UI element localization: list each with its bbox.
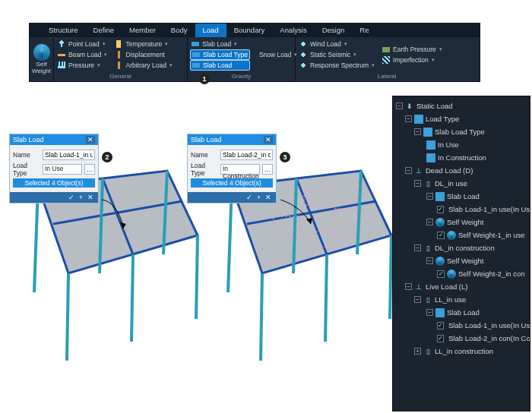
slab-load-dialog-2: Slab Load✕ Name Load TypeIn Construction… xyxy=(187,134,277,203)
callout-badge-3: 3 xyxy=(280,152,290,162)
dialog2-name-input[interactable] xyxy=(220,150,273,160)
wind-icon xyxy=(299,40,307,48)
pressure-icon xyxy=(58,61,65,69)
slab-load-dropdown[interactable]: Slab Load▾ xyxy=(190,39,250,49)
dialog2-add-button[interactable]: + xyxy=(257,194,261,201)
point-load-button[interactable]: Point Load▾ xyxy=(56,39,109,49)
svg-line-20 xyxy=(325,254,327,342)
callout-badge-1: 1 xyxy=(199,74,210,84)
slab-load-button[interactable]: Slab Load xyxy=(190,60,250,71)
static-seismic-button[interactable]: Static Seismic▾ xyxy=(298,49,376,60)
ll-con-icon: ▯ xyxy=(423,347,432,356)
slab-load-type-icon xyxy=(423,128,432,137)
dialog1-selection[interactable]: Selected 4 Object(s) xyxy=(13,178,95,188)
self-weight-button[interactable]: Self Weight xyxy=(30,37,53,81)
tab-structure[interactable]: Structure xyxy=(41,24,86,37)
dialog1-close-icon[interactable]: ✕ xyxy=(86,136,95,143)
wind-load-button[interactable]: Wind Load▾ xyxy=(298,39,376,49)
tree-slab-load-1b[interactable]: ✓Slab Load-1_in use(In Use) xyxy=(396,319,528,332)
tree-slab-load-2g[interactable]: −Slab Load xyxy=(396,306,528,319)
tab-boundary[interactable]: Boundary xyxy=(226,24,273,37)
tab-define[interactable]: Define xyxy=(86,24,122,37)
tree-ll-in-use[interactable]: −▯LL_in use xyxy=(396,293,528,306)
dialog2-title: Slab Load xyxy=(191,136,222,143)
tab-body[interactable]: Body xyxy=(163,24,195,37)
beam-load-icon xyxy=(58,51,65,58)
dialog1-name-label: Name xyxy=(13,151,40,159)
dl-con-icon: ▯ xyxy=(423,244,432,253)
check-icon[interactable]: ✓ xyxy=(437,322,444,329)
tree-slab-load-1[interactable]: ✓Slab Load-1_in use(In Use) xyxy=(396,203,528,216)
dialog2-selection[interactable]: Selected 4 Object(s) xyxy=(191,178,273,188)
static-load-icon: ⬇ xyxy=(405,102,414,111)
dialog1-ok-button[interactable]: ✓ xyxy=(68,194,74,201)
dialog1-type-label: Load Type xyxy=(13,162,40,177)
beam-load-button[interactable]: Beam Load▾ xyxy=(56,49,109,60)
slab-load-type-icon xyxy=(192,51,200,58)
snow-load-button[interactable]: Snow Load▾ xyxy=(255,49,294,60)
dialog2-name-label: Name xyxy=(191,151,218,159)
tree-slab-load-1g[interactable]: −Slab Load xyxy=(396,190,528,203)
point-load-icon xyxy=(58,40,65,48)
tree-dl-in-use[interactable]: −▯DL_in use xyxy=(396,177,528,190)
dialog1-add-button[interactable]: + xyxy=(79,194,83,201)
tab-member[interactable]: Member xyxy=(122,24,163,37)
self-weight-label: Self Weight xyxy=(30,61,53,74)
dialog2-type-select[interactable]: In Construction xyxy=(220,164,260,175)
ribbon-tabs: Structure Define Member Body Load Bounda… xyxy=(30,24,480,37)
tree-slab-load-2[interactable]: ✓Slab Load-2_in con(In Construction) xyxy=(396,332,528,345)
tree-self-weight-1g[interactable]: −Self Weight xyxy=(396,216,528,229)
svg-line-19 xyxy=(390,235,391,319)
tree-in-use[interactable]: In Use xyxy=(396,138,528,151)
group-general-label: General xyxy=(54,72,187,81)
check-icon[interactable]: ✓ xyxy=(437,335,444,342)
tree-dl-in-con[interactable]: −▯DL_in construction xyxy=(396,241,528,254)
imperfection-button[interactable]: Imperfection▾ xyxy=(381,55,444,65)
slab-load-icon2 xyxy=(192,61,200,69)
temperature-button[interactable]: Temperature▾ xyxy=(113,39,173,49)
svg-line-7 xyxy=(131,254,133,342)
slab-load-type-button[interactable]: Slab Load Type xyxy=(190,49,250,60)
tree-slab-load-type[interactable]: −Slab Load Type xyxy=(396,125,528,138)
dialog1-title: Slab Load xyxy=(13,136,44,143)
tree-ll-in-con[interactable]: +▯LL_in construction xyxy=(396,345,528,358)
load-type-icon xyxy=(414,115,423,124)
slab-load-icon xyxy=(192,40,199,48)
arbitrary-load-button[interactable]: Arbitrary Load▾ xyxy=(113,60,173,71)
svg-line-4 xyxy=(67,273,68,361)
tree-self-weight-1[interactable]: ✓Self Weight-1_in use xyxy=(396,229,528,241)
self-weight-icon2 xyxy=(435,257,445,266)
ribbon: Structure Define Member Body Load Bounda… xyxy=(29,23,480,82)
dead-load-icon: ⊥ xyxy=(414,166,423,175)
tree-live-load[interactable]: −⊥Live Load (L) xyxy=(396,280,528,293)
in-use-icon xyxy=(426,140,435,150)
displacement-button[interactable]: Displacement xyxy=(113,49,173,60)
tab-load[interactable]: Load xyxy=(195,24,226,37)
tab-re[interactable]: Re xyxy=(352,24,376,37)
tree-static-load[interactable]: −⬇Static Load xyxy=(396,99,528,112)
tree-self-weight-2g[interactable]: −Self Weight xyxy=(396,254,528,267)
svg-line-17 xyxy=(261,273,262,361)
response-spectrum-button[interactable]: Response Spectrum▾ xyxy=(298,60,376,71)
in-con-icon xyxy=(426,153,435,162)
check-icon[interactable]: ✓ xyxy=(437,232,445,239)
tree-in-construction[interactable]: In Construction xyxy=(396,151,528,164)
dialog2-ok-button[interactable]: ✓ xyxy=(246,194,252,201)
check-icon[interactable]: ✓ xyxy=(437,206,444,213)
imperfection-icon xyxy=(382,56,390,64)
check-icon[interactable]: ✓ xyxy=(437,270,445,278)
tree-load-type[interactable]: −Load Type xyxy=(396,112,528,125)
dialog2-type-label: Load Type xyxy=(191,162,218,177)
tree-dead-load[interactable]: −⊥Dead Load (D) xyxy=(396,164,528,177)
earth-pressure-button[interactable]: Earth Pressure▾ xyxy=(381,44,444,55)
dialog1-type-select[interactable]: In Use xyxy=(43,164,82,175)
tab-design[interactable]: Design xyxy=(315,24,353,37)
tree-self-weight-2[interactable]: ✓Self Weight-2_in con xyxy=(396,267,528,280)
pressure-button[interactable]: Pressure▾ xyxy=(56,60,109,71)
dialog1-name-input[interactable] xyxy=(43,150,95,160)
seismic-icon xyxy=(299,51,307,58)
callout-line-2 xyxy=(91,163,137,232)
tab-analysis[interactable]: Analysis xyxy=(272,24,314,37)
dl-use-icon: ▯ xyxy=(423,179,432,188)
dialog2-close-icon[interactable]: ✕ xyxy=(264,136,273,143)
